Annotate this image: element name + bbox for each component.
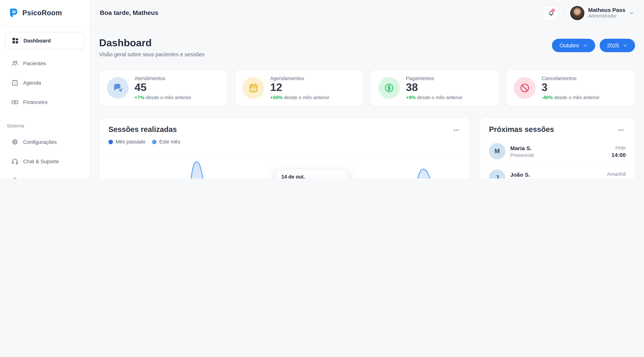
middle-row: Sessões realizadas Mês passadoEste mês: [99, 118, 635, 178]
session-time: 14:00: [612, 152, 626, 158]
stat-delta-value: +7%: [134, 94, 144, 100]
stat-label: Cancelamentos: [542, 76, 600, 82]
stat-value: 3: [542, 82, 600, 94]
chart-legend: Mês passadoEste mês: [108, 139, 461, 144]
sidebar-item-label: Dashboard: [24, 38, 51, 44]
stat-value: 45: [134, 82, 191, 94]
month-select-button[interactable]: Outubro: [552, 39, 595, 52]
session-mode: Presencial: [510, 152, 534, 158]
ellipsis-icon: [453, 127, 460, 134]
legend-label: Este mês: [159, 139, 180, 144]
sidebar-item-pacientes[interactable]: Pacientes: [5, 55, 84, 72]
stat-texts: Atendimentos45+7% desde o mês anterior: [134, 76, 191, 100]
stat-label: Agendamentos: [270, 76, 330, 82]
stat-label: Pagamentos: [406, 76, 462, 82]
session-date: Amanhã: [607, 171, 626, 177]
sidebar-item-chat-suporte[interactable]: Chat & Suporte: [5, 153, 84, 170]
notifications-button[interactable]: [543, 5, 560, 21]
brand-row: PsicoRoom: [0, 0, 90, 26]
session-patient-name: Maria S.: [510, 145, 534, 151]
sidebar-item-label: Pacientes: [23, 60, 46, 66]
chart-card-head: Sessões realizadas: [108, 125, 461, 136]
user-name: Matheus Pass: [588, 7, 625, 14]
stat-delta: +9% desde o mês anterior: [406, 94, 462, 100]
header-divider: [564, 7, 565, 18]
stat-card-cancelamentos: Cancelamentos3-40% desde o mês anterior: [506, 69, 635, 106]
legend-label: Mês passado: [116, 139, 146, 144]
page-head-text: Dashboard Visão geral sobre seus pacient…: [99, 37, 204, 58]
stat-card-agendamentos: Agendamentos12+50% desde o mês anterior: [235, 69, 364, 106]
stat-delta-value: +9%: [406, 94, 416, 100]
session-item-joao-s[interactable]: JJoão S.OnlineAmanhã07:00: [489, 164, 626, 178]
ban-icon: [514, 77, 536, 99]
page-head: Dashboard Visão geral sobre seus pacient…: [99, 37, 635, 58]
main-content: Dashboard Visão geral sobre seus pacient…: [90, 26, 644, 178]
session-schedule: Amanhã07:00: [607, 171, 626, 178]
brand-name: PsicoRoom: [22, 9, 62, 17]
year-select-button[interactable]: 2025: [600, 39, 635, 52]
chat-bubbles-icon: [107, 77, 128, 99]
sidebar-section-label: Sistema: [7, 123, 83, 128]
session-avatar: J: [489, 170, 505, 178]
stat-value: 12: [270, 82, 330, 94]
app-root: PsicoRoom DashboardPacientesAgendaFinanc…: [0, 0, 644, 178]
chart-title: Sessões realizadas: [108, 125, 177, 134]
sidebar-item-dashboard[interactable]: Dashboard: [5, 32, 84, 49]
tooltip-title: 14 de out.: [282, 174, 342, 178]
user-menu[interactable]: Matheus Pass Administrador: [570, 6, 634, 20]
sessions-title: Próximas sessões: [489, 125, 554, 134]
sidebar-item-tutoriais[interactable]: Tutoriais: [5, 172, 84, 178]
session-item-maria-s[interactable]: MMaria S.PresencialHoje14:00: [489, 138, 626, 164]
month-select-label: Outubro: [560, 42, 579, 48]
session-schedule: Hoje14:00: [612, 145, 626, 158]
calendar-solid-icon: [242, 77, 264, 99]
stat-value: 38: [406, 82, 462, 94]
sessions-chart-card: Sessões realizadas Mês passadoEste mês: [99, 118, 470, 178]
sidebar-nav: DashboardPacientesAgendaFinanceiroSistem…: [0, 26, 90, 178]
stat-texts: Cancelamentos3-40% desde o mês anterior: [542, 76, 600, 100]
session-texts: João S.Online: [510, 171, 530, 178]
chart-menu-button[interactable]: [451, 125, 461, 136]
chevron-down-icon: [583, 43, 588, 48]
help-circle-icon: [11, 177, 19, 178]
topbar-right: Matheus Pass Administrador: [543, 5, 634, 21]
dashboard-icon: [12, 37, 19, 44]
banknote-icon: [11, 98, 19, 106]
headset-icon: [11, 158, 19, 165]
session-time: 07:00: [607, 178, 626, 178]
notification-badge: [551, 8, 555, 12]
psicoroom-logo-icon: [8, 8, 19, 18]
stat-delta: -40% desde o mês anterior: [542, 94, 600, 100]
legend-dot-icon: [108, 140, 113, 144]
sessions-card-head: Próximas sessões: [489, 125, 626, 136]
period-filters: Outubro 2025: [552, 39, 635, 52]
stat-card-pagamentos: Pagamentos38+9% desde o mês anterior: [370, 69, 500, 106]
legend-item-mes-passado: Mês passado: [108, 139, 146, 144]
stat-delta: +7% desde o mês anterior: [134, 94, 191, 100]
stat-delta: +50% desde o mês anterior: [270, 94, 330, 100]
sidebar-item-agenda[interactable]: Agenda: [5, 74, 84, 91]
stat-texts: Agendamentos12+50% desde o mês anterior: [270, 76, 330, 100]
upcoming-sessions-card: Próximas sessões MMaria S.PresencialHoje…: [480, 118, 635, 178]
session-date: Hoje: [612, 145, 626, 150]
sidebar-item-configuracoes[interactable]: Configurações: [5, 134, 84, 150]
stat-card-atendimentos: Atendimentos45+7% desde o mês anterior: [99, 69, 228, 106]
sidebar: PsicoRoom DashboardPacientesAgendaFinanc…: [0, 0, 90, 178]
topbar: Boa tarde, Matheus Matheus Pass Administ…: [90, 0, 644, 26]
session-avatar: M: [489, 143, 505, 160]
stat-label: Atendimentos: [134, 76, 191, 82]
sidebar-item-financeiro[interactable]: Financeiro: [5, 94, 84, 110]
chart-tooltip: 14 de out. Este mês1Mês passado6: [276, 169, 348, 178]
year-select-label: 2025: [607, 42, 619, 48]
sidebar-item-label: Agenda: [23, 80, 41, 86]
stats-row: Atendimentos45+7% desde o mês anteriorAg…: [99, 69, 635, 106]
sessions-list: MMaria S.PresencialHoje14:00JJoão S.Onli…: [489, 138, 626, 178]
stat-texts: Pagamentos38+9% desde o mês anterior: [406, 76, 462, 100]
greeting-text: Boa tarde, Matheus: [100, 9, 158, 16]
sidebar-item-label: Tutoriais: [23, 178, 43, 178]
chart-plot-area[interactable]: 14 de out. Este mês1Mês passado6: [108, 150, 461, 178]
page-subtitle: Visão geral sobre seus pacientes e sessõ…: [99, 52, 204, 58]
user-info: Matheus Pass Administrador: [588, 7, 625, 19]
sessions-menu-button[interactable]: [616, 125, 626, 136]
gear-icon: [11, 138, 19, 146]
